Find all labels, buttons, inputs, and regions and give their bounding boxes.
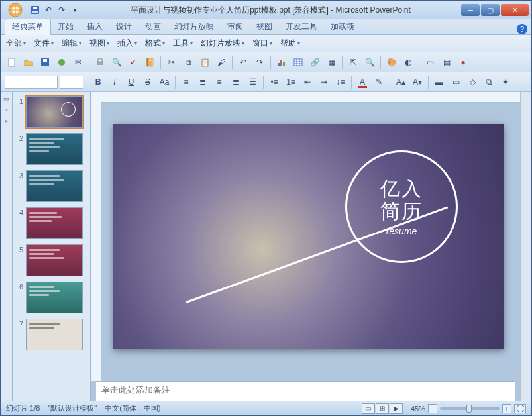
zoom-icon[interactable]: 🔍 xyxy=(362,55,377,70)
menu-slideshow[interactable]: 幻灯片放映▾ xyxy=(201,38,244,49)
font-family-input[interactable] xyxy=(5,76,58,89)
menu-help[interactable]: 帮助▾ xyxy=(280,38,300,49)
close-pane-icon[interactable]: × xyxy=(2,117,11,126)
tab-addins[interactable]: 加载项 xyxy=(324,19,361,34)
italic-button[interactable]: I xyxy=(107,75,122,89)
zoom-slider[interactable] xyxy=(440,407,500,410)
font-size-input[interactable] xyxy=(60,76,83,89)
redo-icon[interactable]: ↷ xyxy=(252,55,267,70)
slide-canvas[interactable]: 亿入 简历 resume xyxy=(91,92,520,381)
tab-design[interactable]: 设计 xyxy=(109,19,138,34)
save-icon[interactable] xyxy=(38,55,52,70)
tab-animation[interactable]: 动画 xyxy=(138,19,168,34)
undo-icon[interactable]: ↶ xyxy=(236,55,250,70)
tab-home[interactable]: 开始 xyxy=(51,19,80,34)
slideshow-view-icon[interactable]: ▶ xyxy=(390,403,403,414)
line-spacing-icon[interactable]: ↕≡ xyxy=(333,75,348,89)
redo-icon[interactable]: ↷ xyxy=(56,5,67,15)
menu-file[interactable]: 文件▾ xyxy=(34,38,54,49)
chart-icon[interactable] xyxy=(274,55,289,70)
layout-icon[interactable]: ▤ xyxy=(439,55,454,70)
vertical-scrollbar[interactable] xyxy=(520,92,531,401)
new-slide-icon[interactable]: ▭ xyxy=(423,55,437,70)
distribute-icon[interactable]: ☰ xyxy=(245,75,260,89)
minimize-button[interactable]: ─ xyxy=(461,4,480,16)
notes-pane[interactable]: 单击此处添加备注 xyxy=(96,381,515,401)
strike-button[interactable]: S xyxy=(140,75,155,89)
save-icon[interactable] xyxy=(30,5,40,15)
menu-tools[interactable]: 工具▾ xyxy=(173,38,193,49)
thumbnail-2[interactable]: 2 xyxy=(15,133,87,165)
spelling-icon[interactable]: ✓ xyxy=(126,55,140,70)
outline-tab-icon[interactable]: ≡ xyxy=(2,105,11,115)
increase-font-icon[interactable]: A▴ xyxy=(394,75,408,89)
thumbnail-7[interactable]: 7 xyxy=(15,319,87,350)
slide-1[interactable]: 亿入 简历 resume xyxy=(113,124,504,349)
tab-developer[interactable]: 开发工具 xyxy=(279,19,324,34)
print-preview-icon[interactable]: 🔍 xyxy=(109,55,124,70)
font-color-icon[interactable]: A xyxy=(355,75,370,89)
menu-format[interactable]: 格式▾ xyxy=(145,38,165,49)
shapes-icon[interactable]: ◇ xyxy=(465,75,480,89)
shape-outline-icon[interactable]: ▭ xyxy=(449,75,463,89)
thumbnail-3[interactable]: 3 xyxy=(15,170,87,202)
normal-view-icon[interactable]: ▭ xyxy=(362,403,375,414)
email-icon[interactable]: ✉ xyxy=(71,55,85,70)
sorter-view-icon[interactable]: ⊞ xyxy=(376,403,389,414)
research-icon[interactable]: 📔 xyxy=(142,55,157,70)
qat-dropdown-icon[interactable]: ▼ xyxy=(70,5,80,15)
thumbnail-6[interactable]: 6 xyxy=(15,282,87,313)
bullets-icon[interactable]: •≡ xyxy=(267,75,282,89)
zoom-level[interactable]: 45% xyxy=(411,405,425,413)
thumbnail-1[interactable]: 1 xyxy=(15,96,87,128)
menu-insert[interactable]: 插入▾ xyxy=(117,38,137,49)
new-icon[interactable] xyxy=(5,55,19,70)
help-icon[interactable]: ? xyxy=(517,24,527,34)
print-icon[interactable] xyxy=(93,55,107,70)
close-button[interactable]: ✕ xyxy=(501,4,529,16)
grayscale-icon[interactable]: ◐ xyxy=(401,55,415,70)
cut-icon[interactable]: ✂ xyxy=(164,55,179,70)
decrease-font-icon[interactable]: A▾ xyxy=(410,75,425,89)
menu-view[interactable]: 视图▾ xyxy=(89,38,109,49)
record-icon[interactable]: ● xyxy=(456,55,470,70)
open-icon[interactable] xyxy=(21,55,36,70)
shape-fill-icon[interactable]: ▬ xyxy=(432,75,447,89)
fit-window-icon[interactable]: ⛶ xyxy=(514,404,526,413)
hyperlink-icon[interactable]: 🔗 xyxy=(307,55,322,70)
tab-review[interactable]: 审阅 xyxy=(221,19,250,34)
expand-icon[interactable]: ⇱ xyxy=(346,55,360,70)
table-icon[interactable] xyxy=(291,55,305,70)
maximize-button[interactable]: ▢ xyxy=(481,4,500,16)
align-center-icon[interactable]: ≣ xyxy=(195,75,210,89)
zoom-in-button[interactable]: + xyxy=(502,404,511,413)
color-icon[interactable]: 🎨 xyxy=(384,55,399,70)
numbering-icon[interactable]: 1≡ xyxy=(284,75,298,89)
menu-edit[interactable]: 编辑▾ xyxy=(62,38,81,49)
increase-indent-icon[interactable]: ⇥ xyxy=(317,75,331,89)
menu-all[interactable]: 全部▾ xyxy=(6,38,26,49)
paste-icon[interactable]: 📋 xyxy=(197,55,212,70)
tab-classic-menu[interactable]: 经典菜单 xyxy=(5,19,51,35)
tab-insert[interactable]: 插入 xyxy=(80,19,109,34)
highlight-icon[interactable]: ✎ xyxy=(372,75,386,89)
permission-icon[interactable] xyxy=(54,55,69,70)
justify-icon[interactable]: ≣ xyxy=(229,75,243,89)
zoom-out-button[interactable]: − xyxy=(428,404,437,413)
tab-slideshow[interactable]: 幻灯片放映 xyxy=(168,19,221,34)
format-painter-icon[interactable]: 🖌 xyxy=(214,55,229,70)
table-insert-icon[interactable]: ▦ xyxy=(324,55,339,70)
copy-icon[interactable]: ⧉ xyxy=(181,55,195,70)
bold-button[interactable]: B xyxy=(91,75,105,89)
align-left-icon[interactable]: ≡ xyxy=(179,75,193,89)
tab-view[interactable]: 视图 xyxy=(250,19,279,34)
status-language[interactable]: 中文(简体，中国) xyxy=(105,403,160,413)
thumbnail-5[interactable]: 5 xyxy=(15,244,87,276)
office-button[interactable] xyxy=(3,2,27,18)
quick-styles-icon[interactable]: ✦ xyxy=(498,75,513,89)
align-right-icon[interactable]: ≡ xyxy=(212,75,227,89)
undo-icon[interactable]: ↶ xyxy=(43,5,54,15)
menu-window[interactable]: 窗口▾ xyxy=(252,38,272,49)
decrease-indent-icon[interactable]: ⇤ xyxy=(300,75,315,89)
change-case-button[interactable]: Aa xyxy=(157,75,172,89)
